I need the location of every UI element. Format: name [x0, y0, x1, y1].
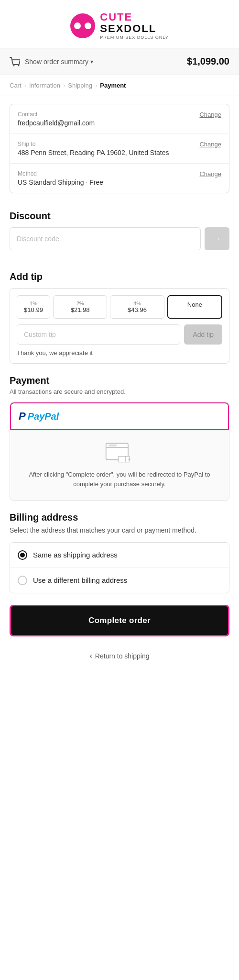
- method-label: Method: [18, 170, 103, 177]
- breadcrumb-payment: Payment: [100, 82, 126, 89]
- breadcrumb-shipping[interactable]: Shipping: [68, 82, 92, 89]
- billing-title: Billing address: [10, 512, 229, 523]
- discount-section: Discount →: [0, 201, 239, 250]
- tip-title: Add tip: [10, 271, 229, 282]
- payment-secure-text: All transactions are secure and encrypte…: [10, 388, 229, 395]
- method-change-button[interactable]: Change: [199, 170, 221, 178]
- breadcrumb-sep-3: ›: [95, 82, 97, 89]
- tip-add-label: Add tip: [193, 331, 214, 338]
- contact-change-button[interactable]: Change: [199, 111, 221, 118]
- ship-to-label: Ship to: [18, 141, 169, 147]
- billing-section: Billing address Select the address that …: [0, 512, 239, 593]
- billing-desc: Select the address that matches your car…: [10, 526, 229, 535]
- complete-order-button[interactable]: Complete order: [10, 605, 229, 636]
- tip-option-none-label: None: [187, 301, 202, 308]
- logo-icon: [70, 13, 95, 38]
- breadcrumb-information[interactable]: Information: [29, 82, 60, 89]
- billing-option-different[interactable]: Use a different billing address: [10, 568, 229, 593]
- tip-option-3[interactable]: 4% $43.96: [110, 295, 164, 319]
- paypal-browser-icon: [105, 442, 134, 463]
- order-summary-left: Show order summary ▾: [10, 57, 93, 67]
- billing-radio-different: [18, 576, 27, 585]
- contact-value: fredpcaulfield@gmail.com: [18, 119, 95, 127]
- info-box: Contact fredpcaulfield@gmail.com Change …: [10, 104, 229, 193]
- tip-section: Add tip 1% $10.99 2% $21.98 4% $43.96 No…: [0, 262, 239, 364]
- tip-option-3-percent: 4%: [113, 301, 161, 306]
- discount-apply-button[interactable]: →: [205, 227, 229, 250]
- ship-to-value: 488 Penn Street, Reading PA 19602, Unite…: [18, 149, 169, 156]
- svg-point-0: [13, 65, 15, 66]
- method-value: US Standard Shipping · Free: [18, 178, 103, 186]
- billing-radio-same: [18, 550, 27, 560]
- tip-add-button[interactable]: Add tip: [184, 324, 222, 345]
- ship-to-row: Ship to 488 Penn Street, Reading PA 1960…: [10, 134, 229, 164]
- billing-different-label: Use a different billing address: [33, 576, 127, 584]
- payment-box: P PayPal After clicking "Complete order"…: [10, 402, 229, 501]
- breadcrumb-sep-1: ›: [24, 82, 26, 89]
- billing-radio-inner-same: [20, 553, 25, 557]
- tip-option-2[interactable]: 2% $21.98: [53, 295, 107, 319]
- cart-icon: [10, 57, 20, 67]
- tip-option-2-percent: 2%: [56, 301, 104, 306]
- logo-sexdoll: SEXDOLL: [100, 23, 168, 34]
- breadcrumb-cart[interactable]: Cart: [10, 82, 22, 89]
- chevron-down-icon: ▾: [90, 58, 93, 65]
- breadcrumb: Cart › Information › Shipping › Payment: [0, 75, 239, 96]
- paypal-redirect-text: After clicking "Complete order", you wil…: [18, 470, 221, 489]
- tip-option-1-percent: 1%: [20, 301, 47, 306]
- billing-option-same[interactable]: Same as shipping address: [10, 543, 229, 568]
- contact-row: Contact fredpcaulfield@gmail.com Change: [10, 104, 229, 134]
- payment-section: Payment All transactions are secure and …: [0, 375, 239, 501]
- order-total: $1,099.00: [187, 56, 229, 67]
- logo-tagline: PREMIUM SEX DOLLS ONLY: [100, 35, 168, 40]
- payment-title: Payment: [10, 375, 229, 386]
- order-summary-toggle[interactable]: Show order summary ▾: [25, 58, 93, 66]
- arrow-right-icon: →: [213, 234, 221, 244]
- discount-title: Discount: [10, 211, 229, 222]
- billing-same-label: Same as shipping address: [33, 551, 118, 559]
- svg-point-1: [18, 65, 20, 66]
- order-summary-bar[interactable]: Show order summary ▾ $1,099.00: [0, 48, 239, 75]
- return-shipping[interactable]: ‹ Return to shipping: [0, 644, 239, 675]
- header: CUTE SEXDOLL PREMIUM SEX DOLLS ONLY: [0, 0, 239, 48]
- paypal-text: PayPal: [28, 411, 59, 422]
- contact-info: Contact fredpcaulfield@gmail.com: [18, 111, 95, 127]
- logo: CUTE SEXDOLL PREMIUM SEX DOLLS ONLY: [70, 11, 168, 40]
- method-info: Method US Standard Shipping · Free: [18, 170, 103, 186]
- billing-options: Same as shipping address Use a different…: [10, 542, 229, 593]
- tip-custom-row: Add tip: [17, 324, 222, 345]
- tip-option-2-amount: $21.98: [71, 306, 90, 313]
- discount-input[interactable]: [10, 227, 201, 250]
- tip-options: 1% $10.99 2% $21.98 4% $43.96 None: [17, 295, 222, 319]
- paypal-logo: P PayPal: [19, 410, 59, 423]
- complete-order-section: Complete order: [0, 605, 239, 644]
- discount-row: →: [10, 227, 229, 250]
- return-arrow-icon: ‹: [90, 652, 92, 660]
- ship-to-info: Ship to 488 Penn Street, Reading PA 1960…: [18, 141, 169, 156]
- ship-to-change-button[interactable]: Change: [199, 141, 221, 148]
- tip-custom-input[interactable]: [17, 324, 180, 345]
- breadcrumb-sep-2: ›: [63, 82, 65, 89]
- tip-option-1-amount: $10.99: [24, 306, 43, 313]
- tip-box: 1% $10.99 2% $21.98 4% $43.96 None Add t…: [10, 288, 229, 364]
- tip-thank-you: Thank you, we appreciate it: [17, 349, 222, 356]
- paypal-option[interactable]: P PayPal: [10, 402, 229, 430]
- order-summary-label: Show order summary: [25, 58, 88, 66]
- logo-text: CUTE SEXDOLL PREMIUM SEX DOLLS ONLY: [100, 11, 168, 40]
- tip-option-1[interactable]: 1% $10.99: [17, 295, 50, 319]
- tip-option-none[interactable]: None: [167, 295, 222, 319]
- tip-option-3-amount: $43.96: [128, 306, 147, 313]
- return-shipping-text: Return to shipping: [95, 652, 150, 660]
- paypal-redirect-box: After clicking "Complete order", you wil…: [10, 430, 229, 500]
- contact-label: Contact: [18, 111, 95, 118]
- paypal-p-icon: P: [19, 410, 26, 423]
- logo-cute: CUTE: [100, 11, 132, 23]
- method-row: Method US Standard Shipping · Free Chang…: [10, 164, 229, 193]
- svg-rect-4: [109, 445, 117, 446]
